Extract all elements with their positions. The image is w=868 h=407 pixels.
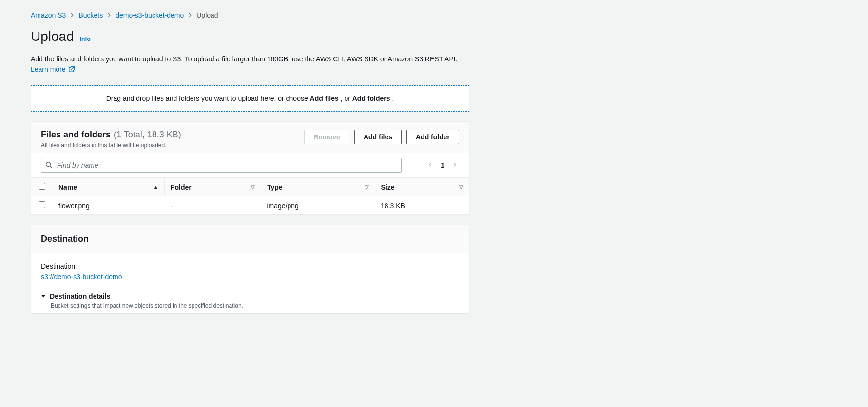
col-name[interactable]: Name ▲ [53,178,164,196]
add-files-button[interactable]: Add files [354,130,402,144]
pagination: 1 [428,161,459,170]
col-folder[interactable]: Folder ▽ [164,178,261,196]
description-text: Add the files and folders you want to up… [31,55,458,63]
next-page-button [452,161,457,170]
cell-name: flower.png [53,196,164,215]
row-checkbox[interactable] [39,201,45,208]
drop-zone-add-folders: Add folders [352,95,390,102]
files-folders-panel: Files and folders (1 Total, 18.3 KB) All… [31,121,469,215]
drop-zone-text-suffix: . [392,95,394,102]
cell-folder: - [164,196,261,215]
breadcrumb-link-bucket-name[interactable]: demo-s3-bucket-demo [116,11,184,19]
sort-icon: ▽ [459,184,463,190]
select-all-checkbox[interactable] [39,183,45,190]
remove-button: Remove [304,130,349,144]
destination-panel-title: Destination [41,234,89,244]
cell-type: image/png [261,196,375,215]
drop-zone-text-prefix: Drag and drop files and folders you want… [106,95,310,102]
cell-size: 18.3 KB [375,196,469,215]
external-link-icon [68,65,75,76]
panel-title: Files and folders [41,130,111,140]
prev-page-button [428,161,433,170]
add-folder-button[interactable]: Add folder [406,130,459,144]
learn-more-link[interactable]: Learn more [31,65,75,73]
breadcrumb-link-buckets[interactable]: Buckets [78,11,103,19]
search-icon [45,161,52,170]
info-link[interactable]: Info [80,36,91,42]
destination-link[interactable]: s3://demo-s3-bucket-demo [41,273,122,281]
search-field-wrap[interactable] [41,158,402,173]
destination-label: Destination [41,262,459,270]
caret-down-icon [41,292,46,300]
sort-icon: ▽ [365,184,369,190]
svg-point-0 [46,162,51,166]
search-input[interactable] [55,160,397,170]
page-number: 1 [441,161,444,169]
breadcrumb-link-amazon-s3[interactable]: Amazon S3 [31,11,66,19]
table-row[interactable]: flower.png - image/png 18.3 KB [31,196,469,215]
sort-asc-icon: ▲ [154,184,158,190]
col-size[interactable]: Size ▽ [375,178,469,196]
chevron-right-icon [188,11,193,19]
destination-details-subtitle: Bucket settings that impact new objects … [51,302,459,309]
drop-zone-text-mid: , or [341,95,352,102]
drop-zone-add-files: Add files [310,95,339,102]
destination-details-toggle[interactable]: Destination details [41,292,459,300]
page-title: Upload [31,29,74,44]
panel-count: (1 Total, 18.3 KB) [114,130,181,140]
breadcrumb: Amazon S3 Buckets demo-s3-bucket-demo Up… [31,11,469,19]
chevron-right-icon [107,11,112,19]
sort-icon: ▽ [251,184,255,190]
chevron-right-icon [70,11,75,19]
panel-subtitle: All files and folders in this table will… [41,142,181,149]
drop-zone[interactable]: Drag and drop files and folders you want… [31,85,469,112]
files-table: Name ▲ Folder ▽ Type ▽ [31,177,469,214]
breadcrumb-current: Upload [196,11,218,19]
col-type[interactable]: Type ▽ [261,178,375,196]
destination-panel: Destination Destination s3://demo-s3-buc… [31,225,469,313]
page-description: Add the files and folders you want to up… [31,54,469,76]
